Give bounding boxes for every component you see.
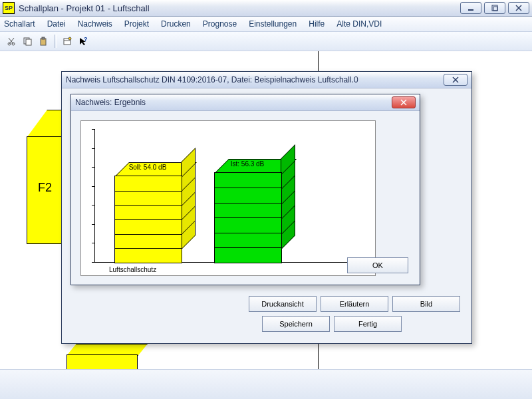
help-pointer-icon[interactable]: ? — [76, 34, 90, 49]
speichern-button[interactable]: Speichern — [262, 316, 330, 332]
menu-hilfe[interactable]: Hilfe — [309, 19, 325, 29]
dialog-outer-titlebar: Nachweis Luftschallschutz DIN 4109:2016-… — [62, 72, 471, 88]
svg-text:?: ? — [84, 37, 88, 43]
room-label-f2: F2 — [38, 181, 52, 195]
paste-icon[interactable] — [36, 34, 51, 49]
menu-datei[interactable]: Datei — [47, 19, 66, 29]
main-titlebar: SP Schallplan - Projekt 01 - Luftschall — [0, 0, 532, 17]
svg-rect-2 — [493, 7, 497, 11]
chart-area: Soll: 54.0 dBIst: 56.3 dB Luftschallschu… — [80, 120, 376, 276]
dialog-inner-title: Nachweis: Ergebnis — [75, 98, 146, 107]
bar-label-soll: Soll: 54.0 dB — [114, 164, 181, 171]
toolbar: ? — [0, 32, 532, 51]
copy-icon[interactable] — [20, 34, 35, 49]
dialog-ergebnis: Nachweis: Ergebnis Soll: 54.0 dBIst: 56.… — [70, 94, 420, 285]
svg-rect-12 — [42, 37, 45, 39]
bar-label-ist: Ist: 56.3 dB — [214, 160, 281, 168]
y-axis — [94, 129, 95, 262]
menu-alte-din[interactable]: Alte DIN,VDI — [336, 19, 382, 29]
svg-point-15 — [68, 37, 71, 40]
dialog-outer-title: Nachweis Luftschallschutz DIN 4109:2016-… — [66, 75, 358, 84]
background-floor-shape — [66, 344, 146, 370]
status-strip — [0, 369, 532, 399]
menu-einstellungen[interactable]: Einstellungen — [249, 19, 297, 29]
menu-nachweis[interactable]: Nachweis — [78, 19, 112, 29]
dialog-inner-close-icon[interactable] — [392, 96, 416, 108]
workspace: F2 hutz d Abzüge lich. Nachweis Luftscha… — [0, 51, 532, 370]
bar-soll: Soll: 54.0 dB — [114, 176, 181, 262]
svg-rect-1 — [492, 5, 497, 11]
cut-icon[interactable] — [4, 34, 19, 49]
maximize-button[interactable] — [484, 2, 505, 14]
menu-projekt[interactable]: Projekt — [124, 19, 149, 29]
svg-line-7 — [9, 38, 14, 44]
app-icon: SP — [3, 2, 15, 14]
chart-title: Luftschallschutz — [109, 266, 156, 273]
svg-line-8 — [9, 38, 13, 44]
minimize-button[interactable] — [460, 2, 481, 14]
menu-prognose[interactable]: Prognose — [203, 19, 237, 29]
bar-ist: Ist: 56.3 dB — [214, 172, 281, 262]
close-button[interactable] — [508, 2, 529, 14]
toolbar-separator — [55, 35, 57, 48]
fertig-button[interactable]: Fertig — [334, 316, 402, 332]
ok-button[interactable]: OK — [347, 257, 408, 273]
druckansicht-button[interactable]: Druckansicht — [249, 296, 317, 312]
dialog-outer-close-icon[interactable] — [444, 74, 467, 86]
menu-bar: Schallart Datei Nachweis Projekt Drucken… — [0, 17, 532, 32]
menu-drucken[interactable]: Drucken — [161, 19, 191, 29]
properties-icon[interactable] — [60, 34, 74, 49]
window-title: Schallplan - Projekt 01 - Luftschall — [19, 3, 150, 13]
erlaeutern-button[interactable]: Erläutern — [321, 296, 388, 312]
menu-schallart[interactable]: Schallart — [4, 19, 35, 29]
dialog-inner-titlebar: Nachweis: Ergebnis — [71, 94, 420, 111]
bild-button[interactable]: Bild — [392, 296, 460, 312]
svg-rect-10 — [26, 39, 31, 45]
